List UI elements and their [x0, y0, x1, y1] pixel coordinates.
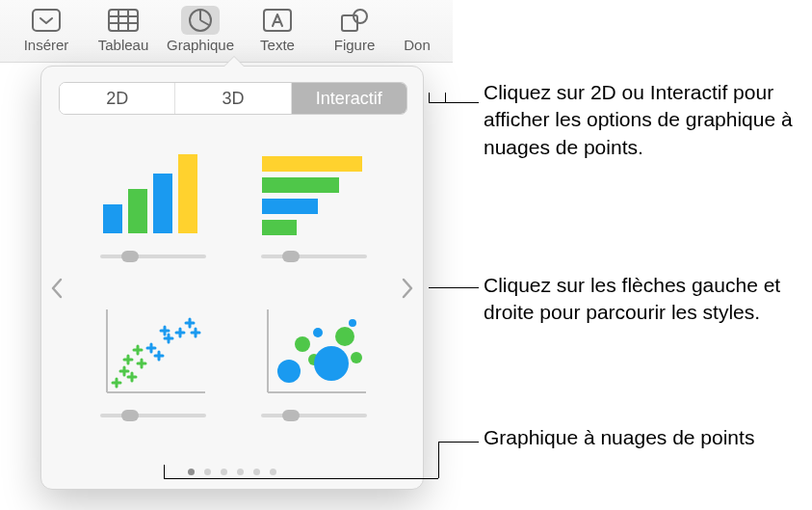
toolbar-label: Graphique — [167, 37, 234, 53]
svg-rect-1 — [109, 10, 138, 31]
tab-label: Interactif — [316, 89, 382, 109]
page-dot[interactable] — [253, 469, 260, 475]
svg-point-29 — [349, 319, 356, 327]
svg-point-26 — [314, 346, 349, 381]
callout-text: Cliquez sur les flèches gauche et droite… — [484, 274, 780, 323]
svg-point-27 — [335, 327, 354, 346]
tab-3d[interactable]: 3D — [175, 83, 291, 114]
svg-rect-17 — [262, 220, 297, 235]
svg-point-28 — [351, 352, 362, 363]
unknown-icon — [398, 6, 436, 35]
style-slider[interactable] — [261, 411, 367, 420]
callout-text: Graphique à nuages de points — [484, 426, 754, 448]
tab-label: 3D — [222, 89, 244, 109]
toolbar-label: Figure — [334, 37, 376, 53]
tab-interactive[interactable]: Interactif — [292, 83, 406, 114]
chart-option-column[interactable] — [82, 140, 223, 280]
page-dot[interactable] — [221, 469, 227, 475]
toolbar-chart-button[interactable]: Graphique — [162, 4, 239, 53]
scatter-chart-icon — [91, 299, 216, 405]
toolbar-label: Texte — [260, 37, 295, 53]
toolbar-shape-button[interactable]: Figure — [316, 4, 393, 53]
toolbar-label: Don — [404, 37, 431, 53]
page-dot[interactable] — [204, 469, 211, 475]
top-toolbar: Insérer Tableau Graphique Texte Figure D… — [0, 0, 453, 63]
page-indicator — [41, 469, 423, 475]
column-chart-icon — [91, 140, 216, 246]
chart-popover: 2D 3D Interactif — [40, 66, 424, 490]
style-slider[interactable] — [100, 411, 206, 420]
svg-rect-12 — [153, 174, 172, 233]
style-slider[interactable] — [100, 252, 206, 261]
page-dot[interactable] — [237, 469, 244, 475]
callout-connector — [429, 93, 430, 102]
toolbar-table-button[interactable]: Tableau — [85, 4, 162, 53]
svg-rect-15 — [262, 177, 339, 193]
toolbar-label: Tableau — [98, 37, 149, 53]
toolbar-more-button[interactable]: Don — [393, 4, 441, 53]
toolbar-label: Insérer — [24, 37, 69, 53]
tab-label: 2D — [106, 89, 128, 109]
svg-rect-0 — [33, 10, 60, 31]
svg-rect-16 — [262, 199, 318, 214]
svg-rect-7 — [264, 10, 291, 31]
pie-chart-icon — [181, 6, 220, 35]
svg-point-23 — [295, 336, 310, 352]
callout-connector — [164, 465, 165, 478]
svg-rect-13 — [178, 154, 197, 233]
callout-connector — [429, 287, 479, 288]
callout-connector — [438, 442, 479, 443]
callout-text: Cliquez sur 2D ou Interactif pour affich… — [484, 81, 793, 158]
bar-chart-icon — [251, 140, 377, 246]
chart-option-grid — [59, 130, 407, 448]
chart-type-segmented-control: 2D 3D Interactif — [59, 82, 407, 115]
callout-tabs: Cliquez sur 2D ou Interactif pour affich… — [484, 79, 801, 161]
page-dot[interactable] — [270, 469, 276, 475]
toolbar-text-button[interactable]: Texte — [239, 4, 316, 53]
svg-rect-8 — [342, 15, 357, 31]
svg-rect-10 — [103, 204, 122, 233]
callout-connector — [438, 442, 439, 478]
style-slider[interactable] — [261, 252, 367, 261]
svg-point-25 — [313, 328, 323, 337]
shapes-icon — [335, 6, 374, 35]
svg-rect-11 — [128, 189, 147, 233]
toolbar-insert-button[interactable]: Insérer — [8, 4, 85, 53]
tab-2d[interactable]: 2D — [60, 83, 175, 114]
svg-point-22 — [277, 360, 301, 383]
chart-option-bar[interactable] — [243, 140, 384, 280]
square-caret-down-icon — [27, 6, 65, 35]
callout-scatter: Graphique à nuages de points — [484, 424, 801, 451]
svg-rect-14 — [262, 156, 362, 172]
callout-connector — [445, 93, 446, 102]
textbox-icon — [258, 6, 297, 35]
bubble-chart-icon — [251, 299, 377, 405]
callout-connector — [429, 102, 479, 103]
callout-connector — [164, 478, 438, 479]
chart-option-bubble[interactable] — [243, 299, 384, 439]
callout-arrows: Cliquez sur les flèches gauche et droite… — [484, 272, 801, 327]
page-dot[interactable] — [188, 469, 195, 475]
chart-option-scatter[interactable] — [82, 299, 223, 439]
table-icon — [104, 6, 143, 35]
